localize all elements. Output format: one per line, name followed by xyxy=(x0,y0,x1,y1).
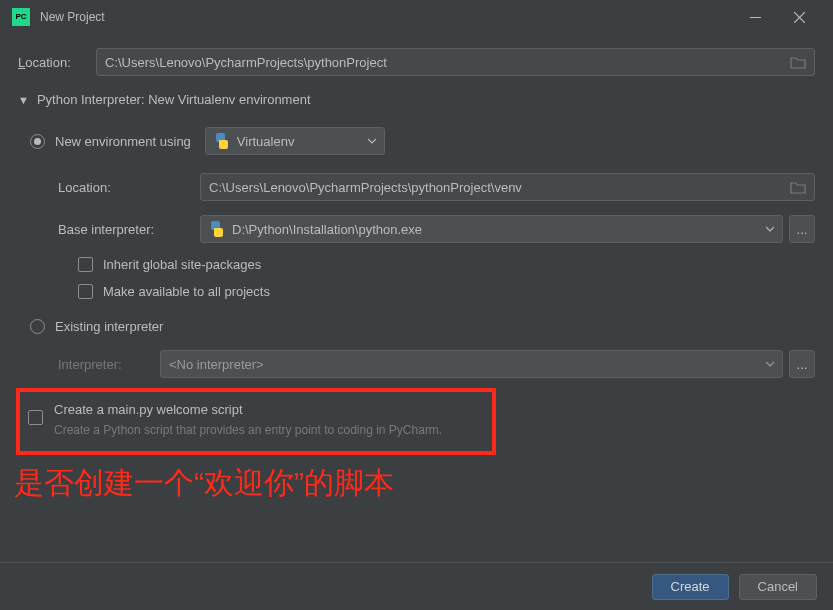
dialog-footer: Create Cancel xyxy=(0,562,833,610)
location-input[interactable]: C:\Users\Lenovo\PycharmProjects\pythonPr… xyxy=(96,48,815,76)
base-interpreter-combo[interactable]: D:\Python\Installation\python.exe xyxy=(200,215,783,243)
interpreter-combo[interactable]: <No interpreter> xyxy=(160,350,783,378)
existing-interpreter-label: Existing interpreter xyxy=(55,319,163,334)
base-interpreter-label: Base interpreter: xyxy=(58,222,200,237)
chevron-down-icon xyxy=(766,225,774,233)
env-type-combo[interactable]: Virtualenv xyxy=(205,127,385,155)
annotation-text: 是否创建一个“欢迎你”的脚本 xyxy=(14,463,815,504)
env-location-label: Location: xyxy=(58,180,200,195)
welcome-script-checkbox[interactable] xyxy=(28,410,43,425)
interpreter-label: Interpreter: xyxy=(58,357,160,372)
pycharm-icon: PC xyxy=(12,8,30,26)
interpreter-section-toggle[interactable]: ▼ Python Interpreter: New Virtualenv env… xyxy=(18,92,815,107)
annotation-highlight-box: Create a main.py welcome script Create a… xyxy=(16,388,496,455)
interpreter-options-button[interactable]: ... xyxy=(789,350,815,378)
inherit-packages-label: Inherit global site-packages xyxy=(103,257,261,272)
chevron-down-icon xyxy=(368,137,376,145)
window-title: New Project xyxy=(40,10,733,24)
make-available-checkbox[interactable] xyxy=(78,284,93,299)
env-location-input[interactable]: C:\Users\Lenovo\PycharmProjects\pythonPr… xyxy=(200,173,815,201)
new-environment-label: New environment using xyxy=(55,134,191,149)
base-interpreter-options-button[interactable]: ... xyxy=(789,215,815,243)
make-available-label: Make available to all projects xyxy=(103,284,270,299)
cancel-button[interactable]: Cancel xyxy=(739,574,817,600)
inherit-packages-checkbox[interactable] xyxy=(78,257,93,272)
python-icon xyxy=(214,133,230,149)
minimize-button[interactable] xyxy=(733,2,777,32)
title-bar: PC New Project xyxy=(0,0,833,34)
interpreter-section-title: Python Interpreter: New Virtualenv envir… xyxy=(37,92,311,107)
chevron-down-icon: ▼ xyxy=(18,94,29,106)
welcome-script-label: Create a main.py welcome script xyxy=(54,402,478,417)
chevron-down-icon xyxy=(766,360,774,368)
folder-icon[interactable] xyxy=(790,55,806,69)
new-environment-radio[interactable] xyxy=(30,134,45,149)
location-label: Location: xyxy=(18,55,96,70)
existing-interpreter-radio[interactable] xyxy=(30,319,45,334)
python-icon xyxy=(209,221,225,237)
folder-icon[interactable] xyxy=(790,180,806,194)
close-button[interactable] xyxy=(777,2,821,32)
welcome-script-hint: Create a Python script that provides an … xyxy=(54,423,478,437)
create-button[interactable]: Create xyxy=(652,574,729,600)
